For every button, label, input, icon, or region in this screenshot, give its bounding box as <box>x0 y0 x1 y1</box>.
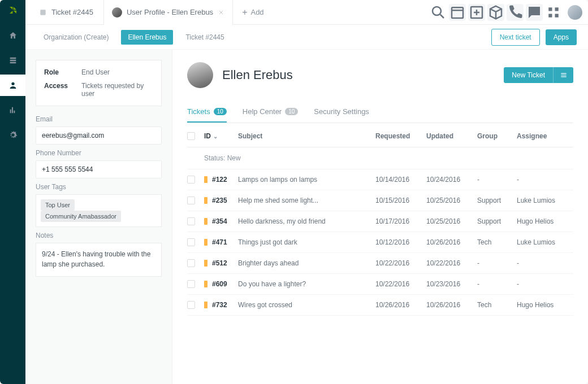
header-assignee[interactable]: Assignee <box>517 132 573 140</box>
ticket-subject: Help me shed some light... <box>238 197 375 204</box>
ticket-requested: 10/22/2016 <box>375 280 426 288</box>
table-row[interactable]: #732Wires got crossed10/26/201610/26/201… <box>187 295 573 316</box>
header-updated[interactable]: Updated <box>426 132 477 140</box>
ticket-requested: 10/26/2016 <box>375 301 426 309</box>
row-checkbox[interactable] <box>187 238 195 246</box>
ticket-subject: Wires got crossed <box>238 301 375 309</box>
tab-tickets-label: Tickets <box>187 107 210 116</box>
header-requested[interactable]: Requested <box>375 132 426 140</box>
table-row[interactable]: #122Lamps on lamps on lamps10/14/201610/… <box>187 169 573 190</box>
ticket-assignee: Hugo Helios <box>517 217 573 225</box>
search-icon[interactable] <box>430 4 447 21</box>
subtab-user[interactable]: Ellen Erebus <box>121 30 173 45</box>
profile-name: Ellen Erebus <box>222 68 293 82</box>
email-field[interactable] <box>36 126 162 145</box>
next-ticket-button[interactable]: Next ticket <box>491 29 540 46</box>
add-label: Add <box>250 8 263 16</box>
status-indicator <box>204 197 207 204</box>
table-row[interactable]: #512Brighter days ahead10/22/201610/22/2… <box>187 253 573 274</box>
notes-field[interactable]: 9/24 - Ellen's having trouble with the l… <box>36 243 162 277</box>
svg-point-1 <box>433 7 441 15</box>
subtab-ticket[interactable]: Ticket #2445 <box>179 30 231 45</box>
tab-ticket[interactable]: Ticket #2445 <box>31 0 101 25</box>
header-id[interactable]: ID <box>204 132 211 140</box>
tab-profile[interactable]: User Profile - Ellen Erebus <box>103 0 233 25</box>
nav-admin[interactable] <box>0 124 25 146</box>
ticket-id[interactable]: #471 <box>212 238 227 246</box>
svg-rect-5 <box>555 7 559 11</box>
user-avatar[interactable] <box>568 5 582 20</box>
add-tab[interactable]: +Add <box>235 0 270 25</box>
ticket-group: Support <box>477 197 517 204</box>
row-checkbox[interactable] <box>187 217 195 225</box>
row-checkbox[interactable] <box>187 301 195 309</box>
ticket-requested: 10/15/2016 <box>375 197 426 204</box>
subtab-org[interactable]: Organization (Create) <box>37 30 115 45</box>
ticket-id[interactable]: #732 <box>212 301 227 309</box>
ticket-assignee: Luke Lumios <box>517 197 573 204</box>
ticket-id[interactable]: #235 <box>212 197 227 204</box>
row-checkbox[interactable] <box>187 259 195 267</box>
ticket-group: - <box>477 280 517 288</box>
ticket-id[interactable]: #512 <box>212 259 227 267</box>
tags-box[interactable]: Top User Community Amabassador <box>36 194 162 227</box>
ticket-group: Tech <box>477 238 517 246</box>
table-row[interactable]: #471Things just got dark10/12/201610/26/… <box>187 232 573 253</box>
ticket-menu-button[interactable] <box>553 67 573 83</box>
email-label: Email <box>36 115 162 123</box>
chevron-down-icon: ⌄ <box>213 133 218 139</box>
calendar-icon[interactable] <box>449 4 466 21</box>
subtab-bar: Organization (Create) Ellen Erebus Ticke… <box>25 25 588 50</box>
package-icon[interactable] <box>487 4 504 21</box>
tab-help-center[interactable]: Help Center 10 <box>243 102 299 123</box>
phone-field[interactable] <box>36 160 162 178</box>
ticket-id[interactable]: #122 <box>212 176 227 184</box>
header-subject[interactable]: Subject <box>238 132 375 140</box>
select-all-checkbox[interactable] <box>187 132 195 140</box>
tab-security[interactable]: Security Settings <box>314 102 369 123</box>
tab-help-label: Help Center <box>243 107 282 116</box>
topbar: Ticket #2445 User Profile - Ellen Erebus… <box>25 0 588 25</box>
row-checkbox[interactable] <box>187 197 195 204</box>
ticket-updated: 10/26/2016 <box>426 238 477 246</box>
nav-customers[interactable] <box>0 75 25 96</box>
table-row[interactable]: #354Hello darkness, my old friend10/17/2… <box>187 211 573 232</box>
ticket-group: - <box>477 259 517 267</box>
ticket-subject: Things just got dark <box>238 238 375 246</box>
new-ticket-button[interactable]: New Ticket <box>504 67 553 83</box>
chat-icon[interactable] <box>526 4 543 21</box>
status-indicator <box>204 218 207 225</box>
header-group[interactable]: Group <box>477 132 517 140</box>
notes-label: Notes <box>36 232 162 239</box>
svg-rect-6 <box>548 14 552 17</box>
table-row[interactable]: #235Help me shed some light...10/15/2016… <box>187 190 573 211</box>
status-indicator <box>204 260 207 267</box>
ticket-assignee: - <box>517 259 573 267</box>
ticket-id[interactable]: #609 <box>212 280 227 288</box>
status-indicator <box>204 239 207 246</box>
close-icon[interactable] <box>218 9 224 16</box>
tab-tickets[interactable]: Tickets 10 <box>187 102 227 123</box>
access-label: Access <box>44 82 71 98</box>
apps-button[interactable]: Apps <box>546 29 577 45</box>
add-item-icon[interactable] <box>468 4 485 21</box>
role-label: Role <box>44 68 71 76</box>
row-checkbox[interactable] <box>187 280 195 288</box>
nav-reporting[interactable] <box>0 99 25 121</box>
tag[interactable]: Top User <box>41 199 75 211</box>
ticket-requested: 10/17/2016 <box>375 217 426 225</box>
ticket-updated: 10/22/2016 <box>426 259 477 267</box>
user-info-box: Role End User Access Tickets requested b… <box>36 60 162 106</box>
role-value: End User <box>81 68 153 76</box>
access-value: Tickets requested by user <box>81 82 153 98</box>
row-checkbox[interactable] <box>187 176 195 184</box>
nav-home[interactable] <box>0 25 25 46</box>
nav-views[interactable] <box>0 50 25 71</box>
apps-grid-icon[interactable] <box>545 4 562 21</box>
ticket-subject: Hello darkness, my old friend <box>238 217 375 225</box>
phone-icon[interactable] <box>507 4 524 21</box>
ticket-id[interactable]: #354 <box>212 217 227 225</box>
table-row[interactable]: #609Do you have a lighter?10/22/201610/2… <box>187 274 573 295</box>
tag[interactable]: Community Amabassador <box>41 211 121 222</box>
status-indicator <box>204 281 207 287</box>
